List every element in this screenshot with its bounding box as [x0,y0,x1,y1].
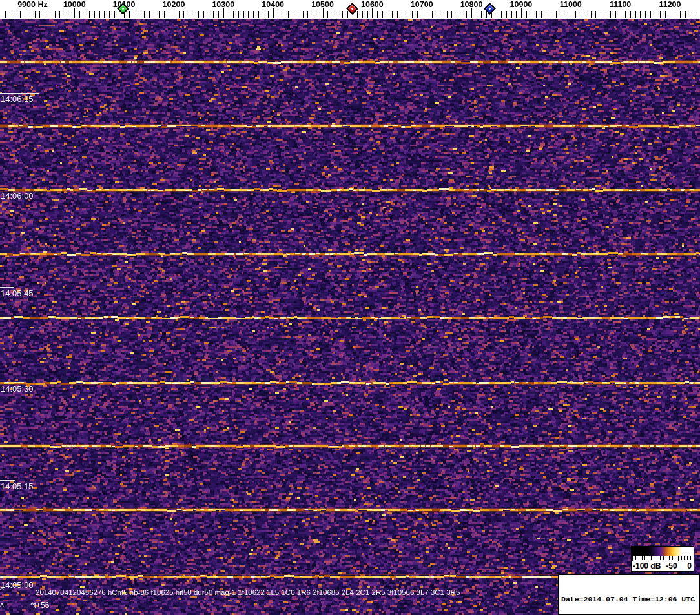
time-label: 14:05:15 [1,481,34,491]
cursor-status-text: ^t+56 [30,601,49,610]
intensity-scale: -100 dB -50 0 [631,546,694,572]
edge-caret-mark: ^ [0,603,4,610]
time-label: 14:05:00 [1,580,34,590]
station-info-box: Date=2014-07-04 Time=12:06 UTC Freq=143 … [558,574,700,615]
detection-log-text: 20140704120456276 hCnt5 nb-86 f10625 hit… [36,589,460,596]
time-label: 14:06:15 [1,94,34,104]
time-label: 14:06:00 [1,191,34,201]
intensity-gradient-bar [632,547,694,556]
scale-label-max: 0 [687,561,692,570]
scale-label-min: -100 dB [633,561,661,570]
spectrogram-canvas [0,0,700,615]
time-label: 14:05:45 [1,288,34,298]
time-label: 14:05:30 [1,384,34,394]
intensity-scale-ticks [632,556,693,561]
scale-label-mid: -50 [666,561,677,570]
info-date-time: Date=2014-07-04 Time=12:06 UTC [561,594,697,604]
edge-caret-mark: ^ [0,586,4,593]
app-root: 9900 Hz100001010010200103001040010500106… [0,0,700,615]
intensity-scale-labels: -100 dB -50 0 [632,561,694,570]
